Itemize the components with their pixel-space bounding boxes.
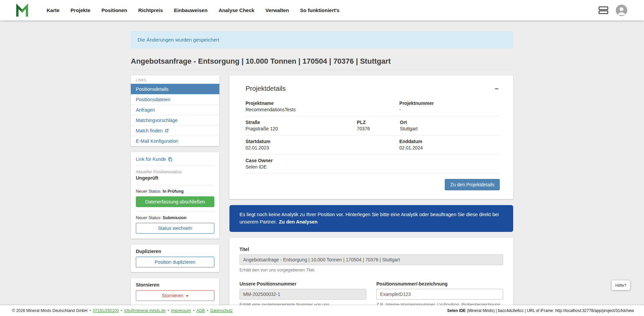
- footer-user: Selen IDE: [447, 308, 466, 313]
- nav-item-verwalten[interactable]: Verwalten: [265, 7, 289, 13]
- help-button[interactable]: Hilfe?: [611, 280, 630, 290]
- page-content: Die Änderungen wurden gespeichert Angebo…: [131, 31, 513, 316]
- duplicate-card: Duplizieren Position duplizieren: [131, 245, 219, 272]
- caret-down-icon: [186, 295, 189, 297]
- footer-email-link[interactable]: info@mineral-minds.de: [124, 308, 166, 313]
- title-divider: [131, 70, 513, 70]
- new-status-label: Neuer Status:: [136, 215, 161, 220]
- sidebar-item-anfragen[interactable]: Anfragen: [131, 105, 219, 115]
- status-divider: [136, 211, 214, 212]
- sidebar-item-positionsdetails[interactable]: Positionsdetails: [131, 84, 219, 94]
- project-row-address: Straße Pragstraße 120 PLZ 70376 Ort Stut…: [246, 116, 500, 135]
- sidebar-item-label: Matchingvorschläge: [136, 118, 178, 123]
- projektname-label: Projektname: [246, 101, 399, 106]
- status-card: Link für Kunde Aktueller Positionsstatus…: [131, 152, 219, 239]
- position-form-card: Titel Erhält den von uns vorgegebenen Ti…: [229, 238, 513, 316]
- new-status-value: In Prüfung: [163, 189, 184, 194]
- cancel-card: Stornieren Stornieren: [131, 278, 219, 306]
- nav-item-projekte[interactable]: Projekte: [70, 7, 90, 13]
- analytics-banner-text: Es liegt noch keine Analytik zu Ihrer Po…: [239, 212, 499, 225]
- titel-label: Titel: [239, 247, 503, 252]
- current-status-value: Ungeprüft: [136, 175, 214, 185]
- sidebar-item-label: Positionsdateien: [136, 97, 170, 102]
- startdatum-value: 02.01.2023: [246, 145, 399, 150]
- footer-phone-link[interactable]: 07151/250100: [93, 308, 119, 313]
- finish-data-capture-button[interactable]: Datenerfassung abschließen: [136, 196, 214, 207]
- strasse-label: Straße: [246, 120, 357, 125]
- duplicate-position-button[interactable]: Position duplizieren: [136, 257, 214, 267]
- enddatum-value: 02.01.2024: [399, 145, 500, 150]
- ort-value: Stuttgart: [400, 126, 500, 131]
- nav-item-positionen[interactable]: Positionen: [102, 7, 127, 13]
- links-header: LINKS: [131, 75, 219, 84]
- project-row-dates: Startdatum 02.01.2023 Enddatum 02.01.202…: [246, 135, 500, 154]
- new-status-line-1: Neuer Status: In Prüfung: [136, 189, 214, 194]
- footer-agb-link[interactable]: AGB: [196, 308, 205, 313]
- sidebar-item-email-konfiguration[interactable]: E-Mail Konfiguration: [131, 136, 219, 146]
- navbar-right: [598, 5, 627, 16]
- case-owner-value: Selen IDE: [246, 164, 500, 170]
- projektname-value: RecommendationsTests: [246, 107, 399, 112]
- cancel-button-label: Stornieren: [162, 293, 183, 298]
- case-owner-label: Case Owner: [246, 158, 500, 163]
- external-link-icon: [165, 129, 169, 133]
- collapse-button[interactable]: –: [493, 85, 500, 91]
- user-avatar[interactable]: [616, 5, 627, 16]
- strasse-value: Pragstraße 120: [246, 126, 357, 131]
- current-status-label: Aktueller Positionsstatus:: [136, 170, 214, 174]
- nav-item-analyse-check[interactable]: Analyse Check: [219, 7, 255, 13]
- new-status-value: Submission: [163, 215, 186, 220]
- titel-help: Erhält den von uns vorgegebenen Titel.: [239, 267, 503, 272]
- new-status-line-2: Neuer Status: Submission: [136, 215, 214, 220]
- nav-item-richtpreis[interactable]: Richtpreis: [138, 7, 163, 13]
- analytics-banner: Es liegt noch keine Analytik zu Ihrer Po…: [229, 205, 513, 232]
- enddatum-label: Enddatum: [399, 139, 500, 144]
- position-number-label: Unsere Positionsnummer: [239, 281, 366, 287]
- mineral-minds-logo[interactable]: [15, 3, 29, 17]
- sidebar-item-positionsdateien[interactable]: Positionsdateien: [131, 94, 219, 105]
- main-column: Projektdetails – Projektname Recommendat…: [229, 75, 513, 316]
- startdatum-label: Startdatum: [246, 139, 399, 144]
- customer-link[interactable]: Link für Kunde: [136, 156, 214, 166]
- titel-input: [239, 254, 503, 265]
- projektnummer-label: Projektnummer: [399, 101, 500, 106]
- projektnummer-value: -: [399, 107, 500, 112]
- nav-item-so-funktionierts[interactable]: So funktioniert's: [300, 7, 339, 13]
- footer-impressum-link[interactable]: Impressum: [171, 308, 191, 313]
- top-navbar: Karte Projekte Positionen Richtpreis Ein…: [0, 0, 644, 20]
- sidebar-item-matchingvorschlaege[interactable]: Matchingvorschläge: [131, 115, 219, 125]
- save-success-alert: Die Änderungen wurden gespeichert: [131, 31, 513, 48]
- sidebar-item-label: E-Mail Konfiguration: [136, 138, 178, 144]
- ort-label: Ort: [400, 120, 500, 125]
- alert-text: Die Änderungen wurden gespeichert: [138, 37, 219, 43]
- position-designation-label: Positionsnummer/-bezeichnung: [376, 281, 503, 287]
- to-analyses-link[interactable]: Zu den Analysen: [279, 219, 317, 225]
- to-project-details-button[interactable]: Zu den Projektdetails: [445, 179, 500, 190]
- footer-session-info: Selen IDE (Mineral Minds) | bacc4dc8e6cc…: [447, 308, 634, 313]
- footer-datenschutz-link[interactable]: Datenschutz: [210, 308, 233, 313]
- position-number-group: Unsere Positionsnummer Erhält eine syste…: [239, 281, 366, 307]
- position-designation-group: Positionsnummer/-bezeichnung Z.B. Intern…: [376, 281, 503, 307]
- switch-status-button[interactable]: Status wechseln: [136, 223, 214, 234]
- sidebar-item-match-finden[interactable]: Match finden: [131, 125, 219, 136]
- cancel-dropdown-button[interactable]: Stornieren: [136, 290, 214, 301]
- footer-copyright: © 2026 Mineral Minds Deutschland GmbH: [12, 308, 93, 313]
- duplicate-title: Duplizieren: [136, 249, 214, 254]
- project-details-title: Projektdetails: [246, 85, 286, 92]
- project-row-name: Projektname RecommendationsTests Projekt…: [246, 97, 500, 116]
- position-designation-input[interactable]: [376, 289, 503, 300]
- sidebar-item-label: Positionsdetails: [136, 86, 168, 92]
- page-title: Angebotsanfrage - Entsorgung | 10.000 To…: [131, 57, 513, 66]
- sidebar-item-label: Anfragen: [136, 107, 155, 113]
- project-details-card: Projektdetails – Projektname Recommendat…: [229, 75, 513, 199]
- footer-left: © 2026 Mineral Minds Deutschland GmbH 07…: [12, 308, 233, 313]
- person-icon: [616, 5, 627, 16]
- new-status-label: Neuer Status:: [136, 189, 161, 194]
- copy-icon: [168, 157, 172, 162]
- nav-item-einbauweisen[interactable]: Einbauweisen: [174, 7, 208, 13]
- server-icon[interactable]: [598, 6, 608, 14]
- nav-item-karte[interactable]: Karte: [47, 7, 59, 13]
- project-row-owner: Case Owner Selen IDE: [246, 154, 500, 174]
- main-nav: Karte Projekte Positionen Richtpreis Ein…: [47, 7, 339, 13]
- logo-m-icon: [15, 3, 29, 17]
